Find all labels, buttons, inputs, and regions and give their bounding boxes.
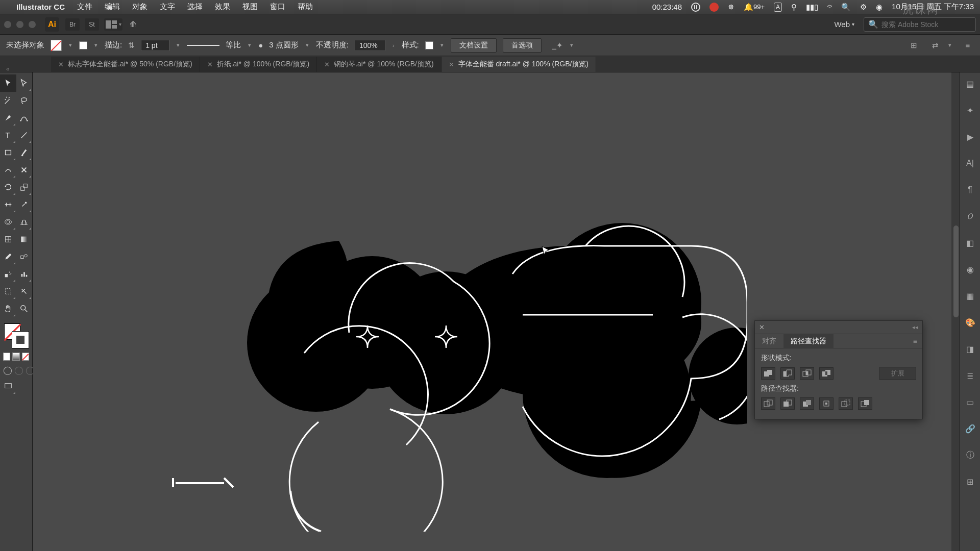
close-icon[interactable]: ✕ — [58, 61, 64, 68]
graphic-style-swatch[interactable] — [425, 41, 433, 49]
fill-swatch[interactable] — [51, 40, 62, 51]
vertical-scrollbar[interactable] — [951, 72, 960, 551]
intersect-button[interactable] — [800, 367, 814, 380]
zoom-tool[interactable] — [16, 300, 33, 317]
tabbar-collapse-icon[interactable]: « — [6, 66, 9, 72]
brush-profile-icon[interactable]: ● — [258, 41, 263, 49]
width-tool[interactable] — [0, 196, 16, 213]
minus-front-button[interactable] — [780, 367, 795, 380]
stroke-type[interactable] — [187, 40, 219, 51]
tab-align[interactable]: 对齐 — [755, 334, 783, 348]
arrange-docs-button[interactable]: ▾ — [104, 18, 122, 31]
wechat-icon[interactable]: ✵ — [728, 3, 734, 12]
shape-builder-tool[interactable] — [0, 213, 16, 231]
tab-pathfinder[interactable]: 路径查找器 — [783, 334, 834, 348]
close-icon[interactable]: ✕ — [324, 61, 330, 68]
none-mode-icon[interactable] — [22, 353, 29, 361]
menu-window[interactable]: 窗口 — [270, 2, 285, 12]
rectangle-tool[interactable] — [0, 144, 16, 161]
lasso-tool[interactable] — [16, 92, 33, 109]
stroke-stepper[interactable]: ⇅ — [128, 41, 135, 50]
color-mode-icon[interactable] — [3, 353, 10, 361]
tab-3[interactable]: ✕字体全能番 draft.ai* @ 100% (RGB/预览) — [442, 57, 596, 72]
menu-type[interactable]: 文字 — [160, 2, 175, 12]
workspace-switcher[interactable]: Web▾ — [829, 18, 860, 31]
line-tool[interactable] — [16, 127, 33, 144]
expand-button[interactable]: 扩展 — [879, 367, 916, 380]
exclude-button[interactable] — [819, 367, 834, 380]
rotate-tool[interactable] — [0, 179, 16, 196]
selection-tool[interactable] — [0, 74, 16, 92]
type-tool[interactable]: T — [0, 127, 16, 144]
tab-2[interactable]: ✕钢的琴.ai* @ 100% (RGB/预览) — [317, 57, 441, 72]
app-name[interactable]: Illustrator CC — [16, 3, 65, 11]
slice-tool[interactable] — [16, 283, 33, 300]
draw-normal-icon[interactable]: ◯ — [3, 365, 12, 375]
chevron-down-icon[interactable]: ▾ — [440, 42, 444, 48]
opacity-field[interactable]: 100% — [355, 40, 385, 51]
info-panel-icon[interactable]: ⓘ — [963, 448, 977, 462]
chevron-down-icon[interactable]: ▾ — [306, 42, 309, 48]
pen-tool[interactable] — [0, 109, 16, 127]
tab-0[interactable]: ✕标志字体全能番.ai* @ 50% (RGB/预览) — [51, 57, 200, 72]
chevron-down-icon[interactable]: ▾ — [177, 42, 180, 48]
column-graph-tool[interactable] — [16, 265, 33, 283]
spotlight-icon[interactable]: 🔍 — [841, 3, 851, 12]
stock-button[interactable]: St — [85, 18, 99, 31]
eraser-tool[interactable] — [16, 161, 33, 179]
minus-back-button[interactable] — [858, 397, 872, 410]
chevron-down-icon[interactable]: ▾ — [94, 42, 97, 48]
outline-button[interactable] — [839, 397, 853, 410]
screen-mode-tool[interactable] — [0, 378, 16, 395]
chevron-down-icon[interactable]: ▾ — [248, 42, 251, 48]
chevron-down-icon[interactable]: ▾ — [570, 42, 573, 48]
chevron-down-icon[interactable]: ▾ — [69, 42, 72, 48]
fill-stroke-control[interactable] — [0, 321, 32, 349]
color-panel-icon[interactable]: 🎨 — [963, 315, 977, 330]
menu-effect[interactable]: 效果 — [215, 2, 230, 12]
preferences-button[interactable]: 首选项 — [503, 38, 542, 53]
close-icon[interactable]: ✕ — [449, 61, 454, 68]
control-center-icon[interactable]: ⚙ — [860, 3, 867, 12]
panel-menu-icon[interactable]: ≡ — [962, 39, 974, 52]
artboard-tool[interactable] — [0, 283, 16, 300]
properties-panel-icon[interactable]: ▤ — [963, 77, 977, 91]
window-controls[interactable] — [4, 21, 36, 28]
divide-button[interactable] — [761, 397, 775, 410]
libraries-panel-icon[interactable]: ✦ — [963, 103, 977, 117]
crop-button[interactable] — [819, 397, 834, 410]
free-transform-tool[interactable] — [16, 196, 33, 213]
chevron-right-icon[interactable]: › — [393, 42, 395, 48]
draw-behind-icon[interactable]: ◯ — [14, 365, 23, 375]
menu-object[interactable]: 对象 — [132, 2, 148, 12]
notifications-icon[interactable]: 🔔99+ — [744, 3, 765, 12]
merge-button[interactable] — [800, 397, 814, 410]
close-icon[interactable]: ✕ — [207, 61, 213, 68]
eyedropper-tool[interactable] — [0, 248, 16, 265]
align-to-icon[interactable]: ⎯✦ — [552, 41, 563, 50]
scrollbar-thumb[interactable] — [953, 226, 959, 317]
magic-wand-tool[interactable] — [0, 92, 16, 109]
gradient-mode-icon[interactable] — [12, 353, 19, 361]
menu-edit[interactable]: 编辑 — [105, 2, 120, 12]
gradient-tool[interactable] — [16, 231, 33, 248]
stroke-swatch[interactable] — [79, 41, 87, 49]
direct-selection-tool[interactable] — [16, 74, 33, 92]
curvature-tool[interactable] — [16, 109, 33, 127]
canvas[interactable] — [33, 72, 960, 551]
menu-help[interactable]: 帮助 — [298, 2, 313, 12]
transform-panel-icon[interactable]: ⊞ — [908, 39, 920, 52]
perspective-grid-tool[interactable] — [16, 213, 33, 231]
pathfinder-panel[interactable]: ✕ ◂◂ 对齐 路径查找器 ≡ 形状模式: 扩展 路径查找器: — [754, 320, 923, 419]
hand-tool[interactable] — [0, 300, 16, 317]
doc-setup-button[interactable]: 文档设置 — [451, 38, 497, 53]
paintbrush-tool[interactable] — [16, 144, 33, 161]
menu-view[interactable]: 视图 — [242, 2, 258, 12]
paragraph-panel-icon[interactable]: ¶ — [963, 183, 977, 197]
siri-icon[interactable]: ◉ — [876, 3, 883, 12]
battery-icon[interactable]: ▮▮▯ — [806, 3, 818, 12]
close-icon[interactable]: ✕ — [759, 323, 765, 331]
tab-1[interactable]: ✕折纸.ai* @ 100% (RGB/预览) — [200, 57, 317, 72]
pathfinder-panel-icon[interactable]: ◧ — [963, 236, 977, 250]
bridge-button[interactable]: Br — [65, 18, 80, 31]
